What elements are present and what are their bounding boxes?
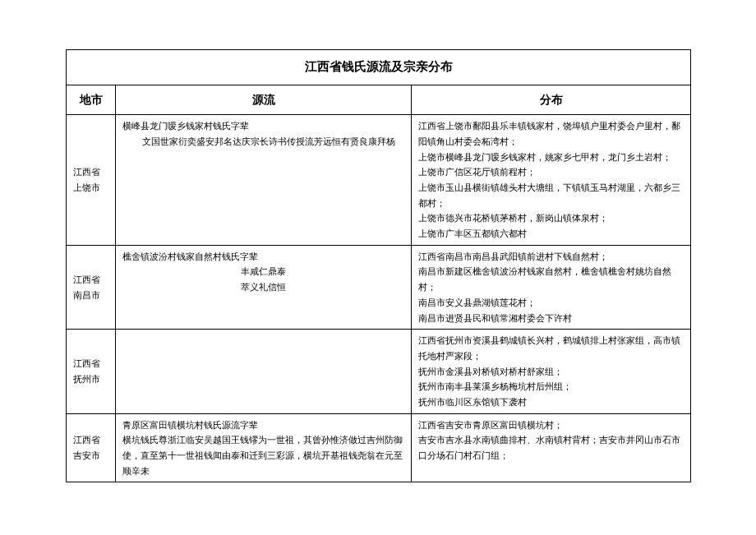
source-cell [116, 330, 412, 413]
source-line: 横峰县龙门嗳乡钱家村钱氏字辈 [122, 118, 404, 134]
table-row: 江西省南昌市 樵舍镇波汾村钱家自然村钱氏字辈 丰咸仁鼎泰 萃义礼信恒 江西省南昌… [67, 245, 691, 329]
header-region: 地市 [67, 85, 116, 115]
source-line: 青原区富田镇横坑村钱氏源流字辈 [122, 417, 404, 433]
distribution-cell: 江西省南昌市南昌县武阳镇前进村下钱自然村；南昌市新建区樵舍镇波汾村钱家自然村，樵… [412, 245, 691, 329]
source-cell: 樵舍镇波汾村钱家自然村钱氏字辈 丰咸仁鼎泰 萃义礼信恒 [116, 245, 412, 329]
region-cell: 江西省南昌市 [67, 245, 116, 329]
table-row: 江西省抚州市 江西省抚州市资溪县鹤城镇长兴村，鹤城镇排上村张家组，高市镇托地村严… [67, 330, 691, 413]
source-line: 文国世家衍奕盛安邦名达庆宗长诗书传授流芳远恒有贤良康拜杨 [122, 134, 404, 150]
source-line: 横坑钱氏尊浙江临安吴越国王钱镠为一世祖，其曾孙惟济做过吉州防御使，直至第十一世祖… [122, 432, 404, 478]
distribution-cell: 江西省上饶市鄱阳县乐丰镇钱家村，饶埠镇户里村委会户里村，鄱阳镇角山村委会柘湾村；… [412, 115, 691, 246]
data-table: 江西省钱氏源流及宗亲分布 地市 源流 分布 江西省上饶市 横峰县龙门嗳乡钱家村钱… [66, 49, 691, 482]
source-line: 丰咸仁鼎泰 [122, 264, 404, 279]
header-row: 地市 源流 分布 [67, 85, 691, 115]
source-cell: 横峰县龙门嗳乡钱家村钱氏字辈 文国世家衍奕盛安邦名达庆宗长诗书传授流芳远恒有贤良… [116, 115, 412, 246]
table-row: 江西省上饶市 横峰县龙门嗳乡钱家村钱氏字辈 文国世家衍奕盛安邦名达庆宗长诗书传授… [67, 115, 691, 246]
region-cell: 江西省吉安市 [67, 413, 116, 482]
header-distribution: 分布 [412, 85, 691, 115]
source-line: 樵舍镇波汾村钱家自然村钱氏字辈 [122, 249, 404, 265]
distribution-cell: 江西省吉安市青原区富田镇横坑村；吉安市吉水县水南镇曲排村、水南镇村背村；吉安市井… [412, 413, 691, 482]
region-cell: 江西省上饶市 [67, 115, 116, 246]
region-cell: 江西省抚州市 [67, 330, 116, 413]
table-row: 江西省吉安市 青原区富田镇横坑村钱氏源流字辈 横坑钱氏尊浙江临安吴越国王钱镠为一… [67, 413, 691, 482]
source-line: 萃义礼信恒 [122, 279, 404, 295]
source-cell: 青原区富田镇横坑村钱氏源流字辈 横坑钱氏尊浙江临安吴越国王钱镠为一世祖，其曾孙惟… [116, 413, 412, 482]
title-row: 江西省钱氏源流及宗亲分布 [67, 50, 691, 85]
header-source: 源流 [116, 85, 412, 115]
distribution-cell: 江西省抚州市资溪县鹤城镇长兴村，鹤城镇排上村张家组，高市镇托地村严家段；抚州市金… [412, 330, 691, 413]
table-title: 江西省钱氏源流及宗亲分布 [67, 50, 691, 85]
